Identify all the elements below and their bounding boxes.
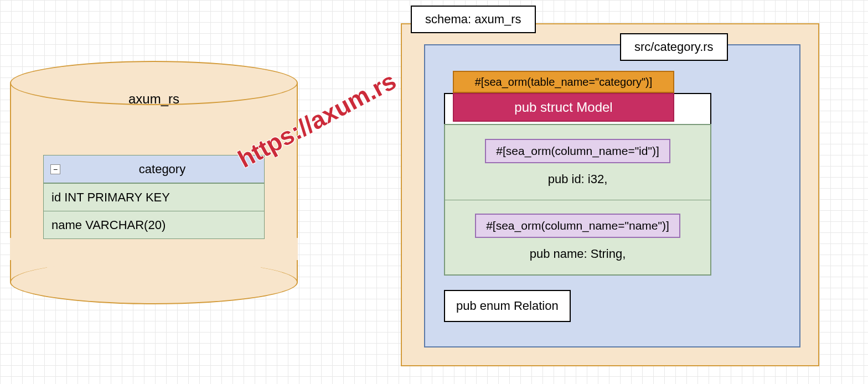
field-annotation: #[sea_orm(column_name="id")] <box>485 139 670 163</box>
field-annotation: #[sea_orm(column_name="name")] <box>475 214 680 238</box>
struct-field: #[sea_orm(column_name="id")] pub id: i32… <box>445 125 710 200</box>
db-column-row: name VARCHAR(20) <box>44 211 264 238</box>
struct-fields: #[sea_orm(column_name="id")] pub id: i32… <box>444 124 711 276</box>
cylinder-bottom <box>10 260 298 304</box>
table-annotation: #[sea_orm(table_name="category")] <box>453 71 674 93</box>
struct-field: #[sea_orm(column_name="name")] pub name:… <box>445 200 710 274</box>
db-table-header: − category <box>44 155 264 183</box>
struct-title: pub struct Model <box>453 93 674 122</box>
relation-enum: pub enum Relation <box>444 290 571 322</box>
db-column-row: id INT PRIMARY KEY <box>44 183 264 211</box>
database-name: axum_rs <box>10 91 298 107</box>
db-table: − category id INT PRIMARY KEY name VARCH… <box>43 155 265 239</box>
collapse-icon[interactable]: − <box>50 164 60 174</box>
db-table-title: category <box>60 162 264 177</box>
source-file-label: src/category.rs <box>620 33 728 61</box>
schema-label: schema: axum_rs <box>411 6 536 33</box>
field-declaration: pub id: i32, <box>548 172 608 186</box>
database-cylinder: axum_rs − category id INT PRIMARY KEY na… <box>10 61 298 304</box>
field-declaration: pub name: String, <box>530 247 626 261</box>
